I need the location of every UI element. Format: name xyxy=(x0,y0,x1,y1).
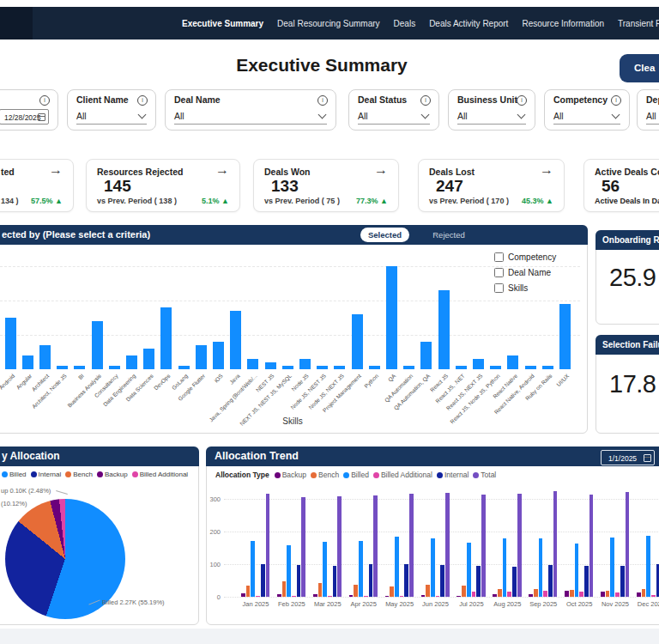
bar-qa-automation-qa[interactable] xyxy=(420,342,432,369)
drill-arrow-icon[interactable] xyxy=(540,162,553,178)
bar-bi[interactable] xyxy=(74,366,85,369)
bar-angular[interactable] xyxy=(22,355,33,369)
bar-architect-node-js[interactable] xyxy=(57,366,68,369)
trend-bar-backup[interactable] xyxy=(637,592,641,597)
info-icon[interactable] xyxy=(611,95,621,106)
trend-bar-billed[interactable] xyxy=(323,542,327,597)
nav-tab-transient-reso[interactable]: Transient Reso xyxy=(618,19,659,28)
bar-qa[interactable] xyxy=(386,266,397,369)
trend-bar-billed[interactable] xyxy=(467,543,471,597)
trend-bar-billed-additional[interactable] xyxy=(507,592,511,597)
bar-project-management[interactable] xyxy=(352,314,363,369)
trend-bar-billed-additional[interactable] xyxy=(364,596,368,597)
trend-bar-internal[interactable] xyxy=(261,564,265,597)
trend-bar-bench[interactable] xyxy=(462,586,466,597)
bar-business-analysis[interactable] xyxy=(92,321,103,369)
dropdown-select[interactable]: All xyxy=(457,108,526,125)
bar-python[interactable] xyxy=(369,366,380,369)
trend-bar-total[interactable] xyxy=(409,494,414,597)
bar-android[interactable] xyxy=(5,318,16,369)
trend-bar-bench[interactable] xyxy=(354,585,358,597)
trend-bar-total[interactable] xyxy=(445,493,450,597)
trend-bar-internal[interactable] xyxy=(548,565,553,597)
trend-bar-billed-additional[interactable] xyxy=(543,591,547,597)
trend-bar-internal[interactable] xyxy=(620,566,625,597)
dropdown-select[interactable]: All xyxy=(646,108,659,125)
legend-item-backup[interactable]: Backup xyxy=(97,471,128,478)
trend-bar-billed-additional[interactable] xyxy=(472,592,476,597)
bar-react-js-node-js-python[interactable] xyxy=(490,366,501,369)
trend-bar-total[interactable] xyxy=(517,494,522,597)
trend-bar-billed[interactable] xyxy=(431,538,435,597)
trend-bar-billed-additional[interactable] xyxy=(615,592,620,597)
checkbox-deal-name[interactable]: Deal Name xyxy=(494,268,551,277)
trend-bar-backup[interactable] xyxy=(313,594,317,597)
bar-node-js-next-js[interactable] xyxy=(334,366,345,369)
bar-ui-ux[interactable] xyxy=(559,304,571,369)
bar-node-js-nest-js[interactable] xyxy=(317,366,328,369)
trend-bar-billed[interactable] xyxy=(575,544,579,597)
info-icon[interactable] xyxy=(39,95,50,106)
trend-bar-internal[interactable] xyxy=(440,565,444,597)
trend-bar-billed-additional[interactable] xyxy=(292,596,296,597)
bar-qa-automation[interactable] xyxy=(403,366,414,369)
trend-bar-bench[interactable] xyxy=(606,591,610,597)
trend-bar-bench[interactable] xyxy=(390,586,394,597)
bar-react-js-net[interactable] xyxy=(456,366,467,369)
legend-item-billed-additional[interactable]: Billed Additional xyxy=(132,471,188,478)
trend-bar-bench[interactable] xyxy=(498,589,502,598)
bar-next-js-nest-js-mysql[interactable] xyxy=(282,366,293,369)
nav-tab-deals-activity-report[interactable]: Deals Activity Report xyxy=(429,19,508,28)
trend-bar-backup[interactable] xyxy=(349,595,354,597)
checkbox-skills[interactable]: Skills xyxy=(494,283,528,293)
trend-bar-backup[interactable] xyxy=(277,594,281,597)
trend-bar-backup[interactable] xyxy=(601,592,605,597)
bar-nest-js[interactable] xyxy=(265,362,276,369)
trend-bar-billed[interactable] xyxy=(610,538,614,597)
bar-ruby-on-rails[interactable] xyxy=(542,366,553,369)
trend-bar-billed-additional[interactable] xyxy=(256,596,260,597)
drill-arrow-icon[interactable] xyxy=(374,162,388,178)
clear-filters-button[interactable]: Clea xyxy=(620,54,659,82)
trend-bar-billed-additional[interactable] xyxy=(436,596,440,597)
trend-bar-bench[interactable] xyxy=(246,586,251,597)
dropdown-select[interactable]: All xyxy=(76,108,147,125)
trend-bar-backup[interactable] xyxy=(565,591,569,597)
trend-bar-backup[interactable] xyxy=(241,593,245,597)
trend-bar-bench[interactable] xyxy=(282,581,287,597)
info-icon[interactable] xyxy=(517,95,527,106)
trend-bar-backup[interactable] xyxy=(456,596,461,597)
trend-bar-billed-additional[interactable] xyxy=(400,596,404,597)
dropdown-select[interactable]: All xyxy=(553,108,620,125)
bar-architect[interactable] xyxy=(39,345,51,369)
trend-bar-internal[interactable] xyxy=(333,566,337,597)
trend-bar-internal[interactable] xyxy=(584,566,589,597)
bar-ios[interactable] xyxy=(213,342,224,369)
trend-bar-internal[interactable] xyxy=(369,564,373,597)
bar-react-native-android[interactable] xyxy=(525,366,536,369)
trend-bar-bench[interactable] xyxy=(570,590,574,597)
trend-bar-internal[interactable] xyxy=(512,567,517,597)
trend-bar-billed[interactable] xyxy=(287,545,291,597)
bar-java-spring-boot-web-[interactable] xyxy=(247,359,258,369)
bar-google-flutter[interactable] xyxy=(196,345,207,369)
checkbox-competency[interactable]: Competency xyxy=(494,252,556,262)
bar-react-native[interactable] xyxy=(507,355,518,369)
trend-bar-internal[interactable] xyxy=(476,566,481,597)
legend-item-bench[interactable]: Bench xyxy=(65,471,93,478)
trend-bar-billed[interactable] xyxy=(503,538,507,597)
legend-item-internal[interactable]: Internal xyxy=(31,471,62,478)
trend-bar-internal[interactable] xyxy=(404,564,408,597)
trend-bar-billed[interactable] xyxy=(359,541,363,597)
trend-bar-total[interactable] xyxy=(337,496,342,597)
trend-bar-backup[interactable] xyxy=(493,594,497,597)
info-icon[interactable] xyxy=(137,95,148,106)
bar-react-js-next-js[interactable] xyxy=(473,359,484,369)
trend-bar-billed[interactable] xyxy=(646,536,650,597)
nav-tab-deals[interactable]: Deals xyxy=(394,19,416,28)
trend-bar-billed-additional[interactable] xyxy=(328,596,332,597)
trend-bar-billed[interactable] xyxy=(395,537,399,597)
trend-bar-total[interactable] xyxy=(373,495,378,597)
trend-bar-bench[interactable] xyxy=(642,589,646,598)
nav-tab-resource-information[interactable]: Resource Information xyxy=(522,19,604,28)
